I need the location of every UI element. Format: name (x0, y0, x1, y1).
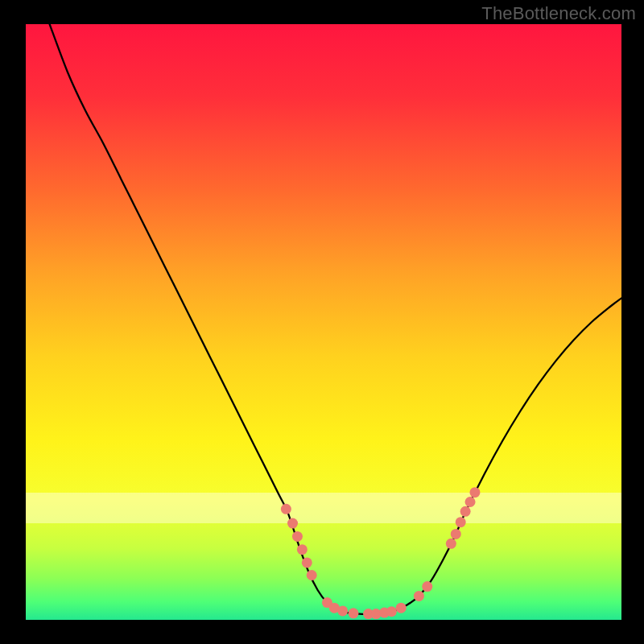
data-marker (396, 603, 407, 613)
data-marker (302, 557, 312, 568)
data-marker (469, 487, 480, 497)
plot-area (26, 24, 621, 620)
data-marker (422, 581, 432, 592)
data-marker (337, 605, 348, 616)
chart-frame: TheBottleneck.com (0, 0, 644, 644)
data-marker (281, 504, 291, 514)
svg-rect-0 (26, 24, 621, 620)
data-marker (465, 497, 476, 507)
watermark-label: TheBottleneck.com (481, 3, 636, 24)
data-marker (460, 506, 471, 517)
data-marker (451, 529, 461, 539)
data-marker (349, 608, 359, 618)
svg-rect-1 (26, 493, 621, 523)
data-marker (292, 531, 303, 542)
data-marker (446, 539, 456, 549)
data-marker (414, 591, 424, 601)
data-marker (456, 517, 466, 527)
data-marker (297, 544, 308, 555)
data-marker (307, 570, 317, 580)
bottleneck-chart (26, 24, 621, 620)
data-marker (386, 606, 397, 617)
data-marker (287, 518, 298, 529)
